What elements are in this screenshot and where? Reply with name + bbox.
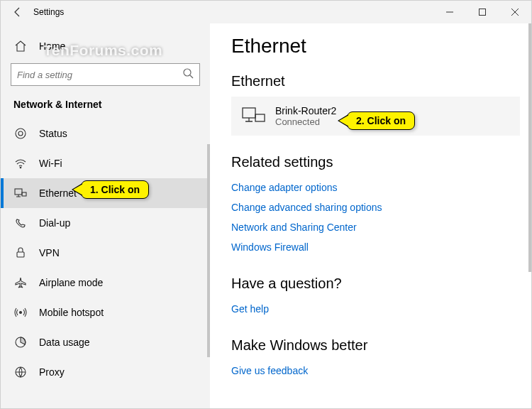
main-panel: Ethernet Ethernet Brink-Router2 Connecte…	[210, 23, 531, 408]
network-icon	[241, 106, 267, 127]
svg-rect-0	[480, 9, 486, 16]
home-label: Home	[39, 40, 65, 52]
callout-2: 2. Click on	[347, 111, 415, 130]
main-scrollbar[interactable]	[528, 23, 531, 272]
link-advanced-sharing[interactable]: Change advanced sharing options	[231, 197, 526, 217]
svg-rect-5	[15, 189, 22, 195]
sidebar-item-label: Ethernet	[39, 187, 77, 199]
sidebar-item-dialup[interactable]: Dial-up	[1, 208, 210, 238]
sidebar-item-label: VPN	[39, 247, 60, 258]
search-box[interactable]	[11, 63, 200, 86]
svg-point-2	[16, 129, 26, 138]
sidebar-item-label: Data usage	[39, 337, 90, 348]
search-icon	[182, 67, 194, 82]
dialup-icon	[13, 216, 28, 230]
question-heading: Have a question?	[231, 276, 526, 292]
sidebar-item-datausage[interactable]: Data usage	[1, 327, 210, 357]
svg-rect-12	[255, 114, 265, 121]
svg-rect-11	[243, 108, 255, 118]
svg-point-4	[20, 167, 21, 168]
sidebar-item-status[interactable]: Status	[1, 119, 210, 148]
link-get-help[interactable]: Get help	[231, 299, 526, 319]
status-icon	[13, 126, 28, 141]
vpn-icon	[13, 246, 28, 260]
sidebar-item-wifi[interactable]: Wi-Fi	[1, 148, 210, 178]
related-heading: Related settings	[231, 154, 526, 170]
connection-status: Connected	[275, 116, 336, 127]
sidebar-item-label: Status	[39, 128, 67, 139]
callout-1: 1. Click on	[81, 180, 149, 199]
svg-rect-7	[17, 252, 24, 257]
search-input[interactable]	[17, 70, 182, 80]
titlebar: Settings	[1, 1, 531, 23]
home-icon	[13, 39, 28, 53]
sidebar-item-hotspot[interactable]: Mobile hotspot	[1, 298, 210, 327]
maximize-button[interactable]	[466, 1, 499, 23]
proxy-icon	[13, 365, 28, 379]
svg-point-1	[184, 69, 191, 76]
wifi-icon	[13, 156, 28, 170]
datausage-icon	[13, 335, 28, 349]
sidebar-item-airplane[interactable]: Airplane mode	[1, 268, 210, 298]
sidebar-item-label: Proxy	[39, 366, 65, 378]
sidebar-item-label: Airplane mode	[39, 277, 103, 288]
home-button[interactable]: Home	[1, 33, 210, 59]
svg-rect-6	[22, 192, 26, 196]
sidebar-item-label: Mobile hotspot	[39, 307, 104, 318]
link-firewall[interactable]: Windows Firewall	[231, 237, 526, 257]
section-subheading: Ethernet	[231, 73, 526, 89]
better-heading: Make Windows better	[231, 337, 526, 354]
minimize-button[interactable]	[433, 1, 466, 23]
page-title: Ethernet	[231, 35, 526, 58]
window-controls	[433, 1, 531, 23]
window-title: Settings	[33, 7, 64, 17]
connection-name: Brink-Router2	[275, 105, 336, 116]
link-feedback[interactable]: Give us feedback	[231, 361, 526, 381]
sidebar-item-label: Wi-Fi	[39, 158, 62, 169]
sidebar-item-label: Dial-up	[39, 217, 70, 229]
svg-point-3	[18, 131, 23, 136]
close-button[interactable]	[499, 1, 531, 23]
link-adapter-options[interactable]: Change adapter options	[231, 178, 526, 197]
sidebar: Home Network & Internet Status Wi-Fi Eth…	[1, 23, 210, 408]
back-button[interactable]	[8, 2, 28, 22]
section-header: Network & Internet	[1, 99, 210, 119]
ethernet-icon	[13, 186, 28, 200]
hotspot-icon	[13, 305, 28, 320]
sidebar-item-proxy[interactable]: Proxy	[1, 357, 210, 387]
svg-point-8	[20, 312, 22, 314]
sidebar-item-vpn[interactable]: VPN	[1, 238, 210, 268]
airplane-icon	[13, 276, 28, 290]
link-network-center[interactable]: Network and Sharing Center	[231, 217, 526, 237]
